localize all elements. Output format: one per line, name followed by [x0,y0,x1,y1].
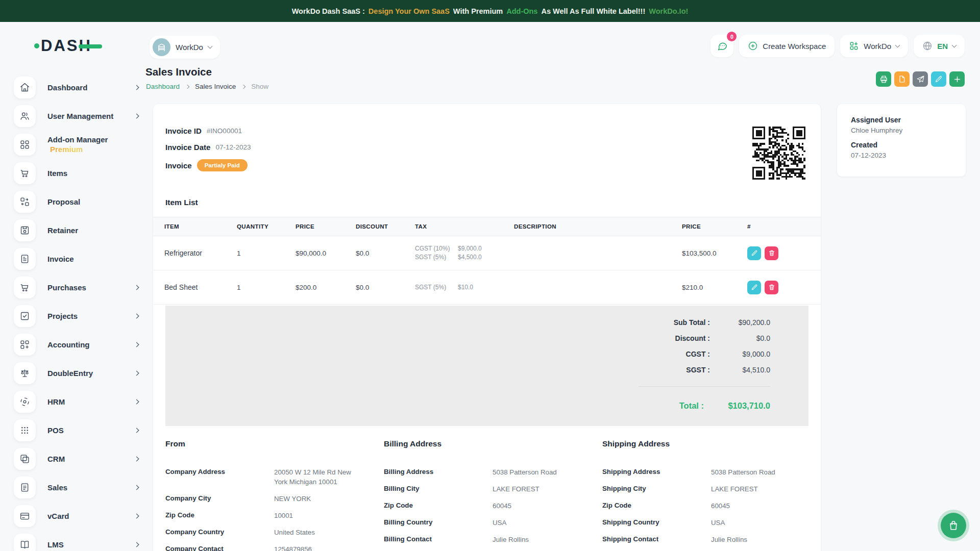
edit-button[interactable] [931,71,946,87]
sidebar-item-crm[interactable]: CRM [0,444,145,473]
item-name: Bed Sheet [153,283,237,291]
field-label: Billing Contact [384,535,493,544]
table-header-row: ITEM QUANTITY PRICE DISCOUNT TAX DESCRIP… [153,217,821,236]
sidebar-item-dashboard[interactable]: Dashboard [0,73,145,102]
tax-name: SGST (5%) [415,253,452,262]
sidebar-item-label: Purchases [47,283,86,292]
messages-button[interactable]: 0 [710,35,733,57]
col-header-price: PRICE [296,223,356,230]
invoice-date-label: Invoice Date [165,143,210,152]
totals-divider [639,386,770,387]
item-list-heading: Item List [165,198,808,207]
field-label: Billing City [384,484,493,493]
row-actions [747,246,821,260]
sidebar-item-projects[interactable]: Projects [0,302,145,330]
field-label: Zip Code [384,501,493,510]
field-value: Julie Rollins [711,535,797,544]
send-icon [916,75,925,84]
breadcrumb-section-link[interactable]: Sales Invoice [195,83,236,90]
edit-item-button[interactable] [747,281,761,294]
trash-icon [768,284,775,291]
download-pdf-button[interactable] [894,71,910,87]
add-button[interactable] [949,71,965,87]
print-button[interactable] [876,71,891,87]
apps-menu-button[interactable]: WorkDo [840,35,908,57]
plus-circle-icon [748,41,758,51]
sidebar-item-proposal[interactable]: Proposal [0,187,145,216]
sidebar-item-vcard[interactable]: vCard [0,502,145,530]
cgst-value: $9,000.0 [710,350,770,358]
book-icon [19,539,30,550]
workspace-name: WorkDo [176,43,203,52]
logo-dash-icon [79,44,102,48]
chevron-down-icon [895,42,900,47]
created-label: Created [851,141,952,149]
file-icon [19,482,30,493]
workspace-avatar [153,38,170,56]
field-value: 60045 [493,501,578,511]
workspace-switcher[interactable]: WorkDo [150,36,220,59]
plus-icon [953,75,962,84]
chevron-right-icon [185,84,189,88]
banner-text: WorkDo Dash SaaS : [292,7,365,15]
chevron-right-icon [134,456,139,461]
sidebar-item-label: DoubleEntry [47,369,93,378]
chevron-right-icon [241,84,246,88]
billing-address-section: Billing Address Billing Address5038 Patt… [384,439,602,551]
field-label: Company Address [165,467,274,477]
field-label: Zip Code [602,501,711,510]
sidebar-item-accounting[interactable]: Accounting [0,330,145,359]
chevron-down-icon [952,42,957,47]
sidebar-item-pos[interactable]: POS [0,416,145,444]
sidebar-item-purchases[interactable]: Purchases [0,273,145,302]
language-selector[interactable]: EN [914,35,965,57]
col-header-quantity: QUANTITY [237,223,296,230]
breadcrumb-dashboard-link[interactable]: Dashboard [146,83,180,90]
field-label: Company Contact [165,544,274,551]
from-section: From Company Address20050 W 12 Mile Rd N… [165,439,384,551]
tax-value: $4,500.0 [458,253,482,262]
banner-link[interactable]: WorkDo.Io! [649,7,688,15]
cart-fab-button[interactable] [941,513,966,538]
chevron-right-icon [134,399,139,404]
edit-item-button[interactable] [747,246,761,260]
chevron-right-icon [134,85,139,90]
col-header-discount: DISCOUNT [356,223,415,230]
sidebar-item-user-management[interactable]: User Management [0,102,145,130]
sidebar-item-label: Proposal [47,197,80,206]
banner-text: As Well As Full White Label!!! [541,7,645,15]
sidebar-item-addon-manager[interactable]: Add-on Manager Premium [0,130,145,159]
app-logo[interactable]: DASH [34,37,102,55]
sidebar-item-items[interactable]: Items [0,159,145,187]
banner-highlight: Design Your Own SaaS [369,7,450,15]
item-tax: CGST (10%)$9,000.0 SGST (5%)$4,500.0 [415,244,514,262]
sidebar-item-sales[interactable]: Sales [0,473,145,502]
send-button[interactable] [913,71,928,87]
field-value: LAKE FOREST [711,484,797,494]
grid-icon [19,139,30,150]
chevron-right-icon [134,485,139,490]
chat-icon [717,40,728,52]
apps-menu-label: WorkDo [864,42,891,51]
sidebar-item-lms[interactable]: LMS [0,530,145,551]
sidebar-item-label: LMS [47,540,64,549]
col-header-item: ITEM [153,223,237,230]
sidebar-item-retainer[interactable]: Retainer [0,216,145,244]
shipping-address-section: Shipping Address Shipping Address5038 Pa… [602,439,821,551]
delete-item-button[interactable] [765,281,778,294]
field-label: Shipping Country [602,518,711,527]
notification-badge: 0 [727,32,737,41]
sidebar-item-doubleentry[interactable]: DoubleEntry [0,359,145,387]
chevron-right-icon [134,542,139,547]
shipping-heading: Shipping Address [602,439,821,448]
delete-item-button[interactable] [765,246,778,260]
create-workspace-button[interactable]: Create Workspace [739,35,835,57]
chevron-right-icon [134,285,139,290]
sidebar-item-invoice[interactable]: Invoice [0,244,145,273]
home-icon [19,82,30,93]
promo-banner: WorkDo Dash SaaS : Design Your Own SaaS … [0,0,980,22]
sidebar-item-hrm[interactable]: HRM [0,387,145,416]
sidebar-item-label: vCard [47,512,69,520]
floppy-icon [19,225,30,236]
chevron-right-icon [134,113,139,118]
